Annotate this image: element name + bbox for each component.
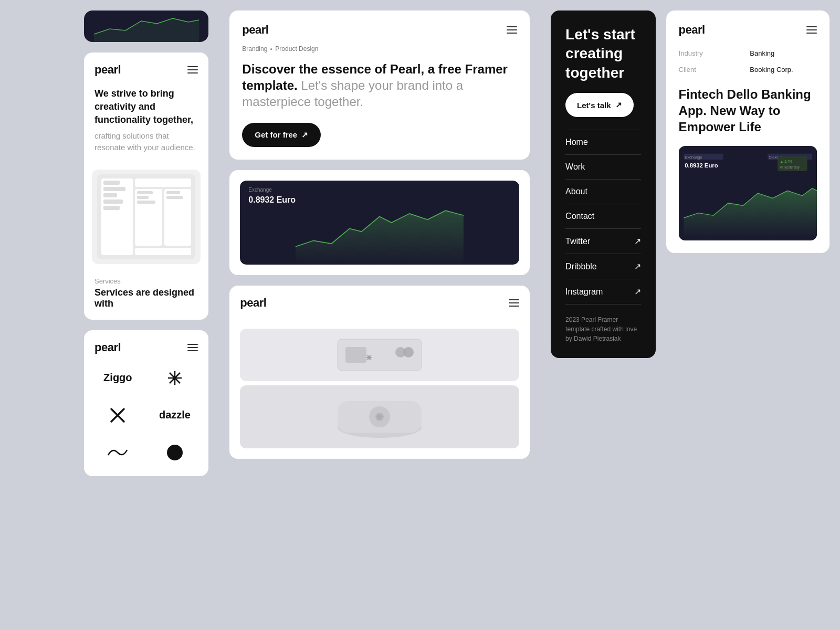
svg-marker-5 [296, 211, 464, 265]
svg-text:0.8932 Euro: 0.8932 Euro [685, 162, 718, 169]
fintech-chart-svg: Exchange Stake Prices 0.8932 Euro ▲ 2 [679, 146, 817, 240]
lets-talk-label: Let's talk [577, 101, 611, 110]
strive-footer: Services Services are designed with [84, 272, 208, 320]
discover-menu-button[interactable] [507, 26, 517, 34]
pearl-logo: pearl [94, 63, 121, 77]
industry-row: Industry [679, 47, 746, 59]
fintech-chart-preview: Exchange Stake Prices 0.8932 Euro ▲ 2 [679, 146, 817, 240]
nav-work-label: Work [565, 162, 585, 172]
ziggo-text: Ziggo [103, 372, 132, 384]
logos-card: pearl Ziggo [84, 330, 208, 476]
mockup-sidebar [101, 178, 133, 255]
strive-card-header: pearl [84, 52, 208, 77]
nav-item-home[interactable]: Home [565, 130, 641, 155]
svg-point-9 [403, 347, 414, 358]
nav-footer-text: 2023 Pearl Framer template crafted with … [565, 315, 641, 343]
asterisk-svg-icon [167, 370, 183, 386]
product-card-header: pearl [229, 286, 530, 318]
discover-pearl-logo: pearl [242, 23, 268, 37]
chart-preview-card: Exchange 0.8932 Euro [229, 170, 530, 275]
strive-sub-text: crafting solutions that resonate with yo… [94, 130, 198, 154]
device-img2-svg [327, 391, 432, 443]
fintech-title: Fintech Dello Banking App. New Way to Em… [679, 86, 817, 135]
nav-item-about[interactable]: About [565, 180, 641, 204]
nav-dribbble-label: Dribbble [565, 262, 597, 271]
nav-dribbble-arrow: ↗ [634, 261, 641, 271]
logos-grid: Ziggo dazzle [84, 365, 208, 476]
client-value-row: Booking Corp. [750, 64, 817, 76]
menu-button[interactable] [187, 66, 198, 74]
device-img1-svg [332, 334, 427, 376]
client-label: Client [679, 66, 737, 74]
fintech-menu-button[interactable] [806, 26, 817, 34]
wave-logo-svg [107, 445, 128, 460]
partial-top-card [84, 10, 208, 42]
lets-start-heading: Let's start creating together [565, 25, 641, 82]
nav-about-label: About [565, 187, 587, 196]
client-row: Client [679, 64, 746, 76]
product-menu-button[interactable] [509, 299, 519, 307]
nav-instagram-label: Instagram [565, 287, 603, 297]
nav-item-dribbble[interactable]: Dribbble ↗ [565, 254, 641, 279]
logo-x [94, 402, 141, 429]
logos-card-header: pearl [84, 330, 208, 354]
tag-branding: Branding [242, 45, 267, 52]
x-logo-svg [109, 407, 126, 424]
tag-separator [270, 48, 272, 50]
fintech-meta: Industry Banking Client Booking Corp. [679, 47, 817, 76]
nav-item-instagram[interactable]: Instagram ↗ [565, 279, 641, 304]
logo-circle [152, 439, 198, 466]
nav-instagram-arrow: ↗ [634, 287, 641, 297]
svg-rect-7 [345, 347, 366, 363]
product-img1 [240, 329, 519, 381]
discover-heading: Discover the essence of Pearl, a free Fr… [242, 61, 517, 110]
get-free-arrow: ↗ [301, 130, 308, 140]
chart-line-svg [240, 181, 519, 265]
get-free-label: Get for free [255, 130, 297, 139]
logo-wave [94, 439, 141, 466]
nav-twitter-label: Twitter [565, 237, 590, 246]
lets-talk-arrow: ↗ [615, 100, 622, 110]
nav-twitter-arrow: ↗ [634, 236, 641, 246]
get-free-button[interactable]: Get for free ↗ [242, 123, 321, 147]
circle-logo [167, 445, 183, 460]
fintech-pearl-logo: pearl [679, 23, 705, 37]
product-pearl-logo: pearl [240, 296, 266, 310]
fintech-card: pearl Industry Banking Client Booking Co… [666, 10, 830, 253]
logo-dazzle: dazzle [152, 402, 198, 429]
industry-label: Industry [679, 49, 737, 57]
nav-item-contact[interactable]: Contact [565, 204, 641, 229]
svg-text:▲ 2.4%: ▲ 2.4% [780, 159, 792, 163]
nav-contact-label: Contact [565, 212, 594, 221]
nav-card: Let's start creating together Let's talk… [551, 10, 656, 358]
chart-dark-bg: Exchange 0.8932 Euro [240, 181, 519, 265]
services-title: Services are designed with [94, 287, 198, 309]
logo-asterisk [152, 365, 198, 391]
strive-mockup-image [92, 170, 201, 264]
discover-tags: Branding Product Design [242, 45, 517, 52]
ui-mockup [97, 174, 195, 259]
logos-pearl-logo: pearl [94, 341, 121, 354]
logos-menu-button[interactable] [187, 344, 198, 351]
lets-talk-button[interactable]: Let's talk ↗ [565, 93, 633, 117]
nav-item-work[interactable]: Work [565, 155, 641, 180]
strive-card: pearl We strive to bring creativity and … [84, 52, 208, 320]
nav-home-label: Home [565, 138, 588, 147]
discover-card: pearl Branding Product Design Discover t… [229, 10, 530, 160]
logo-ziggo: Ziggo [94, 365, 141, 391]
industry-value: Banking [750, 49, 774, 57]
dazzle-text: dazzle [159, 409, 191, 421]
product-img2 [240, 385, 519, 448]
svg-text:vs yesterday: vs yesterday [780, 165, 800, 170]
strive-main-text: We strive to bring creativity and functi… [94, 87, 198, 127]
svg-text:Exchange: Exchange [685, 155, 702, 160]
chart-mini-svg [94, 10, 199, 42]
tag-product-design: Product Design [275, 45, 318, 52]
services-label: Services [94, 277, 198, 285]
industry-value-row: Banking [750, 47, 817, 59]
product-card: pearl [229, 286, 530, 459]
nav-links: Home Work About Contact Twitter ↗ Dribbb… [565, 130, 641, 304]
mockup-main [135, 178, 191, 255]
client-value: Booking Corp. [750, 66, 793, 74]
nav-item-twitter[interactable]: Twitter ↗ [565, 229, 641, 254]
